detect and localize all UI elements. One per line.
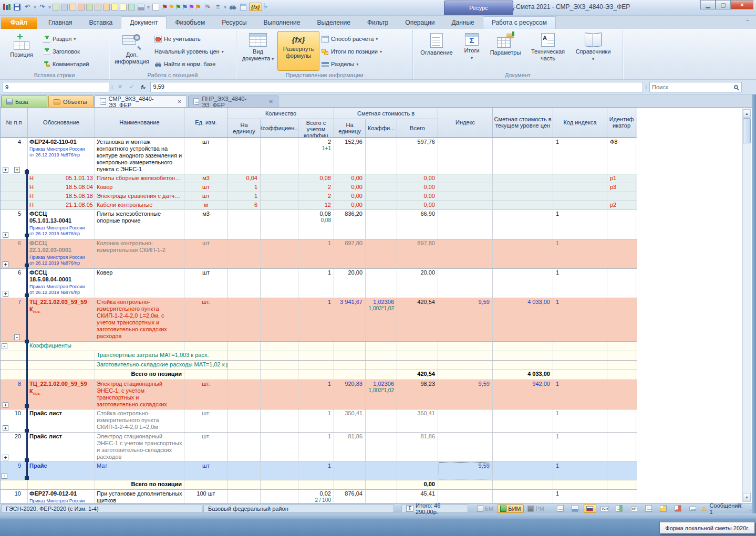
list-dropdown-icon[interactable]: ▾ bbox=[224, 4, 226, 10]
redo-icon[interactable]: ↷ bbox=[38, 3, 47, 11]
cell[interactable]: Н18.5.08.04 bbox=[28, 183, 95, 192]
cell[interactable]: шт bbox=[184, 138, 228, 174]
form-icon-tsn[interactable]: ТСН bbox=[598, 504, 611, 513]
cell[interactable]: 1 bbox=[553, 298, 607, 341]
cell[interactable]: 420,54 bbox=[397, 298, 438, 341]
cell[interactable]: Ковер bbox=[95, 183, 184, 192]
col-obosnovanie[interactable]: Обоснование bbox=[28, 108, 95, 138]
qat-more-icon[interactable]: ⸽▾ bbox=[264, 4, 267, 10]
table-row[interactable]: 6ФССЦ 22.1.02.03-0001Приказ Минстроя Рос… bbox=[1, 239, 637, 269]
cell[interactable] bbox=[397, 342, 438, 351]
cell[interactable] bbox=[228, 380, 261, 409]
cell[interactable]: 420,54 bbox=[397, 370, 438, 380]
cell[interactable] bbox=[366, 192, 397, 201]
cell[interactable] bbox=[607, 361, 636, 370]
col-naimenovanie[interactable]: Наименование bbox=[95, 108, 184, 138]
cell[interactable]: 1 bbox=[228, 183, 261, 192]
cell[interactable] bbox=[28, 361, 95, 370]
cancel-icon[interactable]: ✕ bbox=[116, 83, 125, 90]
cell[interactable] bbox=[607, 342, 636, 351]
cell[interactable] bbox=[366, 409, 397, 432]
cell[interactable] bbox=[438, 370, 493, 380]
cell[interactable]: Электрод стационарный ЭНЕС-1, с учетом т… bbox=[95, 380, 184, 409]
tab-filter[interactable]: Фильтр bbox=[359, 17, 397, 29]
oglavlenie-button[interactable]: Оглавление bbox=[415, 31, 458, 71]
cell[interactable] bbox=[261, 490, 298, 503]
col-qty-vsego[interactable]: Всего с учетом коэффиц bbox=[298, 119, 334, 138]
formula-value[interactable]: 9,59 bbox=[150, 82, 644, 92]
cell[interactable] bbox=[493, 239, 553, 268]
cell[interactable] bbox=[261, 138, 298, 174]
cell[interactable] bbox=[607, 298, 636, 341]
table-row[interactable]: Транспортные затраты МАТ=1,003 к расх. bbox=[1, 351, 637, 361]
cell[interactable]: 0,00 bbox=[397, 480, 438, 489]
cell[interactable] bbox=[607, 269, 636, 298]
cell[interactable]: 0,00 bbox=[397, 174, 438, 183]
expand-icon[interactable]: + bbox=[3, 232, 8, 238]
cell[interactable] bbox=[607, 210, 636, 239]
cell[interactable] bbox=[298, 370, 334, 380]
cell[interactable] bbox=[1, 174, 28, 183]
cell[interactable]: м3 bbox=[184, 174, 228, 183]
cell[interactable] bbox=[261, 298, 298, 341]
cell[interactable] bbox=[261, 269, 298, 298]
expand-icon[interactable]: + bbox=[3, 261, 8, 267]
form-icon-8[interactable] bbox=[657, 504, 670, 513]
cell[interactable]: 0,00 bbox=[334, 183, 366, 192]
color-swatch-icon[interactable] bbox=[86, 4, 93, 10]
flag-icon[interactable]: ⚑ bbox=[182, 4, 188, 10]
scroll-up-icon[interactable]: ▲ bbox=[743, 109, 751, 118]
expand-icon[interactable]: + bbox=[3, 402, 8, 408]
rm-toggle[interactable]: РМ bbox=[525, 505, 546, 512]
cell[interactable]: 0,00 bbox=[397, 201, 438, 209]
table-row[interactable]: Н18.5.08.18Электроды сравнения с датч…шт… bbox=[1, 192, 637, 201]
cell[interactable]: шт bbox=[184, 462, 228, 480]
zagolovok-button[interactable]: Заголовок bbox=[41, 46, 91, 57]
tab-insert[interactable]: Вставка bbox=[81, 17, 121, 29]
cell[interactable]: 1 bbox=[298, 269, 334, 298]
expand-icon[interactable]: + bbox=[3, 167, 8, 173]
cell[interactable]: шт. bbox=[184, 298, 228, 341]
cell[interactable] bbox=[397, 351, 438, 360]
table-row[interactable]: 8ТЦ_22.1.02.00_59_59Кпоз.Электрод стацио… bbox=[1, 380, 637, 409]
col-sm-vsego[interactable]: Всего bbox=[397, 119, 438, 138]
cell[interactable] bbox=[438, 201, 493, 209]
cell[interactable]: 1 bbox=[553, 409, 607, 432]
cell[interactable] bbox=[28, 370, 95, 380]
cell[interactable] bbox=[438, 342, 493, 351]
cell[interactable]: Транспортные затраты МАТ=1,003 к расх. bbox=[95, 351, 228, 360]
cell[interactable]: 12 bbox=[298, 201, 334, 209]
table-row[interactable]: Н21.1.08.05Кабели контрольныем6120,000,0… bbox=[1, 201, 637, 210]
cell[interactable]: Электрод стационарный ЭНЕС-1 с учетом тр… bbox=[95, 433, 184, 461]
flag-icon[interactable]: ⚑ bbox=[169, 4, 175, 10]
cell[interactable]: Колонка контрольно-измерительная СКИП-1-… bbox=[95, 239, 184, 268]
cell[interactable] bbox=[334, 342, 366, 351]
cell[interactable]: 20,00 bbox=[397, 269, 438, 298]
cell[interactable]: 350,41 bbox=[334, 409, 366, 432]
cell[interactable]: Н05.1.01.13 bbox=[28, 174, 95, 183]
cell[interactable] bbox=[607, 433, 636, 461]
form-icon-ruler[interactable] bbox=[687, 504, 699, 513]
cell[interactable]: 1 bbox=[553, 138, 607, 174]
collapse-ribbon-icon[interactable]: ⌃ bbox=[745, 19, 750, 25]
cell[interactable] bbox=[366, 433, 397, 461]
cell[interactable]: 2 bbox=[298, 183, 334, 192]
table-row[interactable]: Н05.1.01.13Плиты сборные железобетон…м30… bbox=[1, 174, 637, 183]
cell[interactable] bbox=[493, 210, 553, 239]
cell[interactable] bbox=[184, 480, 228, 489]
cell[interactable] bbox=[397, 462, 438, 480]
cell[interactable] bbox=[228, 490, 261, 503]
tab-operations[interactable]: Операции bbox=[397, 17, 443, 29]
cell[interactable] bbox=[493, 351, 553, 360]
close-button[interactable]: × bbox=[731, 0, 753, 9]
cell[interactable] bbox=[261, 210, 298, 239]
cell[interactable] bbox=[366, 490, 397, 503]
text-doc-icon[interactable] bbox=[239, 3, 247, 11]
cell[interactable]: p2 bbox=[607, 201, 636, 209]
col-identifikator[interactable]: Идентификатор bbox=[607, 108, 636, 138]
cell[interactable]: Электроды сравнения с датч… bbox=[95, 192, 184, 201]
table-row[interactable]: 7ТЦ_22.1.02.03_59_59Кпоз.Стойка контроль… bbox=[1, 298, 637, 342]
cell[interactable] bbox=[438, 409, 493, 432]
cell[interactable] bbox=[228, 269, 261, 298]
cell[interactable] bbox=[261, 380, 298, 409]
